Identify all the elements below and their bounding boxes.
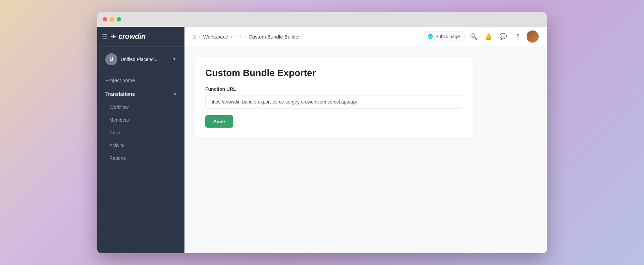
- save-button[interactable]: Save: [205, 115, 233, 128]
- breadcrumb-ellipsis[interactable]: ···: [235, 34, 241, 40]
- sidebar-nav: Project home Translations ∧ Workflow Mem…: [97, 72, 184, 253]
- custom-bundle-card: Custom Bundle Exporter Function URL Save: [195, 57, 473, 138]
- hamburger-menu-icon[interactable]: ☰: [102, 33, 107, 40]
- logo-text: crowdin: [118, 32, 146, 41]
- app-body: ☰ ✈ crowdin U Unified Placehol... ▼ Proj…: [97, 27, 547, 253]
- breadcrumb: ⌂ › Workspace › ··· › Custom Bundle Buil…: [193, 33, 420, 40]
- sidebar-item-workflow[interactable]: Workflow: [97, 101, 184, 114]
- messages-button[interactable]: 💬: [497, 30, 509, 43]
- activity-label: Activity: [109, 143, 124, 148]
- reports-label: Reports: [109, 155, 126, 161]
- breadcrumb-sep-2: ›: [231, 34, 232, 39]
- sidebar-item-members[interactable]: Members: [97, 114, 184, 126]
- user-avatar-button[interactable]: [527, 30, 539, 43]
- workspace-selector[interactable]: U Unified Placehol... ▼: [101, 49, 181, 69]
- workspace-name: Unified Placehol...: [121, 57, 169, 62]
- help-icon: ?: [516, 34, 520, 40]
- sidebar: ☰ ✈ crowdin U Unified Placehol... ▼ Proj…: [97, 27, 184, 253]
- chat-icon: 💬: [499, 33, 507, 40]
- workspace-avatar: U: [105, 53, 117, 65]
- project-home-label: Project home: [105, 77, 135, 83]
- main-area: ⌂ › Workspace › ··· › Custom Bundle Buil…: [184, 27, 547, 253]
- topbar-actions: 🌐 Public page 🔍 🔔 💬 ?: [423, 30, 539, 43]
- workspace-chevron-icon: ▼: [172, 57, 176, 62]
- function-url-input[interactable]: [205, 95, 462, 109]
- workflow-label: Workflow: [109, 105, 128, 110]
- search-icon: 🔍: [470, 33, 477, 40]
- breadcrumb-sep-1: ›: [199, 34, 201, 39]
- breadcrumb-workspace[interactable]: Workspace: [203, 34, 228, 40]
- card-title: Custom Bundle Exporter: [205, 68, 462, 78]
- tasks-label: Tasks: [109, 130, 121, 135]
- globe-icon: 🌐: [428, 34, 433, 39]
- bell-icon: 🔔: [485, 33, 492, 40]
- breadcrumb-current: Custom Bundle Builder: [249, 34, 300, 40]
- minimize-dot[interactable]: [110, 17, 114, 21]
- sidebar-item-activity[interactable]: Activity: [97, 139, 184, 152]
- sidebar-item-translations[interactable]: Translations ∧: [97, 87, 184, 101]
- translations-label: Translations: [105, 91, 135, 97]
- translations-chevron-icon: ∧: [173, 91, 176, 96]
- sidebar-header: ☰ ✈ crowdin: [97, 27, 184, 47]
- members-label: Members: [109, 117, 129, 123]
- sidebar-item-tasks[interactable]: Tasks: [97, 126, 184, 139]
- titlebar: [97, 12, 547, 27]
- content-area: Custom Bundle Exporter Function URL Save: [184, 47, 547, 253]
- logo-icon: ✈: [111, 32, 116, 41]
- topbar: ⌂ › Workspace › ··· › Custom Bundle Buil…: [184, 27, 547, 47]
- search-button[interactable]: 🔍: [468, 30, 480, 43]
- maximize-dot[interactable]: [117, 17, 121, 21]
- app-window: ☰ ✈ crowdin U Unified Placehol... ▼ Proj…: [97, 12, 547, 253]
- help-button[interactable]: ?: [512, 30, 524, 43]
- sidebar-item-reports[interactable]: Reports: [97, 152, 184, 164]
- notifications-button[interactable]: 🔔: [482, 30, 494, 43]
- function-url-label: Function URL: [205, 86, 462, 92]
- public-page-button[interactable]: 🌐 Public page: [423, 31, 465, 42]
- avatar-image: [527, 30, 539, 43]
- public-page-label: Public page: [435, 34, 460, 39]
- breadcrumb-sep-3: ›: [244, 34, 246, 39]
- home-icon[interactable]: ⌂: [193, 33, 196, 40]
- logo: ✈ crowdin: [111, 32, 146, 41]
- sidebar-item-project-home[interactable]: Project home: [97, 73, 184, 87]
- close-dot[interactable]: [103, 17, 107, 21]
